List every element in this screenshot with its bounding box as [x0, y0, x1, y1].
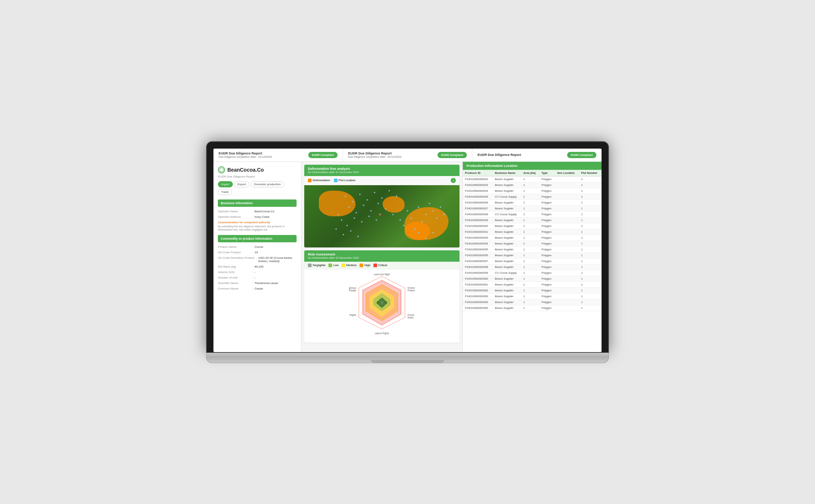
commodity-field-row: Scientific Name : Theobroma cacao	[218, 281, 297, 285]
svg-point-40	[440, 206, 441, 208]
svg-point-24	[335, 228, 337, 230]
table-cell: 1	[579, 252, 602, 258]
table-row: F24010900000064Beans Supplier1Polygon1	[463, 299, 602, 305]
table-cell: Polygon	[539, 281, 555, 287]
table-cell: F24010900000000	[463, 223, 493, 229]
table-cell: 1	[521, 270, 540, 276]
col-area: Area (Ha)	[521, 170, 540, 176]
table-cell: 1	[521, 211, 540, 217]
field-value: 1001 00 00 (Cocoa beans, broken, roasted…	[258, 256, 297, 263]
banner-3-badge[interactable]: EUDR Compliant	[567, 152, 596, 158]
svg-text:Protection: Protection	[408, 289, 415, 292]
laptop-base	[206, 353, 609, 363]
table-cell	[555, 305, 579, 311]
tab-import[interactable]: Import	[218, 181, 233, 187]
svg-point-29	[399, 219, 401, 221]
tab-domestic[interactable]: Domestic production	[251, 181, 284, 187]
table-row: F24010900000003Beans Supplier1Polygon1	[463, 182, 602, 188]
table-body: F24010900000002Beans Supplier1Polygon1F2…	[463, 176, 602, 311]
table-cell: 1	[521, 188, 540, 194]
svg-point-36	[421, 221, 423, 223]
table-cell: F24010900000065	[463, 305, 493, 311]
svg-text:Land-Use Right: Land-Use Right	[374, 273, 390, 276]
svg-point-9	[388, 190, 390, 191]
table-row: F24010900000057Beans Supplier1Polygon1	[463, 258, 602, 264]
svg-point-43	[425, 238, 427, 239]
field-value: -	[254, 270, 256, 274]
table-cell	[555, 211, 579, 217]
table-cell: Polygon	[539, 258, 555, 264]
field-label: Common Name	[218, 287, 251, 290]
deforestation-card-header: Deforestation free analysis No Deforesta…	[304, 165, 459, 176]
svg-point-25	[343, 234, 344, 235]
table-cell	[555, 281, 579, 287]
table-cell: 1	[579, 199, 602, 205]
table-cell: F24010900000001	[463, 229, 493, 235]
table-cell: 1	[579, 270, 602, 276]
table-cell: Beans Supplier	[493, 240, 521, 246]
banner-1-text: EUDR Due Diligence Report Due Diligence …	[219, 152, 272, 158]
table-cell: 1	[579, 176, 602, 182]
table-cell: Beans Supplier	[493, 182, 521, 188]
table-cell: Polygon	[539, 194, 555, 199]
svg-text:Environmental: Environmental	[408, 287, 415, 289]
table-cell	[555, 293, 579, 299]
table-row: F24010900000008CV Cocoa Supply1Polygon1	[463, 211, 602, 217]
table-cell: Polygon	[539, 229, 555, 235]
table-cell: 1	[521, 235, 540, 240]
field-label: Net Mass (kg)	[218, 265, 251, 268]
table-cell: F24010900000064	[463, 299, 493, 305]
table-header-row: Producer ID Business Name Area (Ha) Type…	[463, 170, 602, 176]
authority-sub: By submitting this due diligence stateme…	[218, 225, 297, 231]
svg-point-23	[376, 219, 377, 221]
tab-export[interactable]: Export	[234, 181, 249, 187]
svg-point-45	[379, 213, 381, 215]
logo-text: BeanCocoa.Co	[227, 167, 264, 173]
risk-critical: Critical	[373, 264, 387, 267]
operator-name-value: BeanCocoa.Co	[254, 210, 274, 213]
business-section-header: Business Information	[218, 199, 297, 207]
deforestation-title: Deforestation free analysis	[308, 167, 456, 171]
table-cell: Polygon	[539, 276, 555, 281]
tab-trade[interactable]: Trade	[218, 189, 232, 195]
field-value: 80,100	[254, 265, 263, 268]
risk-legend: Negligible Low Medium	[304, 262, 459, 269]
table-cell: F24010900000007	[463, 205, 493, 211]
table-cell: 1	[521, 194, 540, 199]
banner-3-title: EUDR Due Diligence Report	[477, 153, 521, 157]
table-cell	[555, 229, 579, 235]
operator-name-row: Operator Name : BeanCocoa.Co	[218, 210, 297, 213]
table-cell: 1	[521, 240, 540, 246]
critical-dot	[373, 264, 377, 267]
col-geo: Geo Location	[555, 170, 579, 176]
table-cell	[555, 176, 579, 182]
table-cell: F24010900000003	[463, 182, 493, 188]
screen-content: EUDR Due Diligence Report Due Diligence …	[213, 149, 602, 352]
right-panel-header: Production Information Location	[463, 162, 602, 170]
svg-point-35	[425, 214, 427, 215]
plot-legend-label: Plot Location	[339, 179, 356, 182]
map-background	[304, 185, 459, 247]
banner-2-badge[interactable]: EUDR Compliant	[438, 152, 467, 158]
table-cell: 1	[521, 281, 540, 287]
table-row: F24010900000054Beans Supplier1Polygon1	[463, 240, 602, 246]
table-cell	[555, 252, 579, 258]
table-cell: 1	[521, 299, 540, 305]
table-cell	[555, 235, 579, 240]
table-cell: F24010900000054	[463, 240, 493, 246]
map-info-icon[interactable]: i	[451, 178, 456, 183]
table-cell: Beans Supplier	[493, 199, 521, 205]
table-cell: 1	[521, 305, 540, 311]
risk-low: Low	[328, 264, 339, 267]
table-cell	[555, 264, 579, 270]
table-wrapper[interactable]: Producer ID Business Name Area (Ha) Type…	[463, 170, 602, 311]
table-cell: 1	[521, 246, 540, 252]
svg-point-11	[348, 206, 350, 208]
field-value: Cocoa	[254, 245, 263, 249]
table-cell: Polygon	[539, 199, 555, 205]
table-cell: 1	[521, 287, 540, 293]
banner-2-sub: Due Diligence completion date : 01/12/20…	[348, 155, 402, 158]
banner-1-badge[interactable]: EUDR Compliant	[308, 152, 338, 158]
nav-tabs: Import Export Domestic production Trade	[218, 181, 297, 195]
svg-point-30	[407, 210, 408, 212]
